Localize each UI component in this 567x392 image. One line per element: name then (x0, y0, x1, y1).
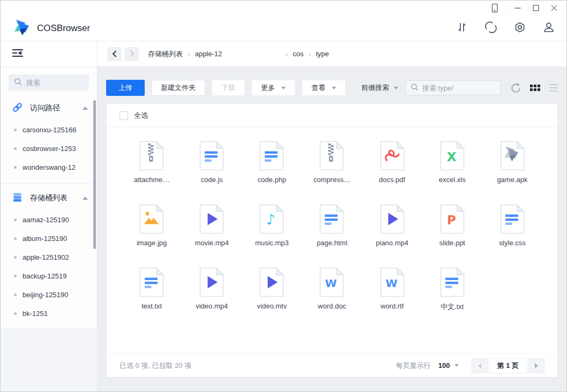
upload-button[interactable]: 上传 (106, 80, 145, 96)
sidebar-item[interactable]: wonderswang-12 (1, 158, 97, 177)
file-item[interactable]: code.php (242, 141, 302, 184)
download-button[interactable]: 下载 (212, 80, 245, 96)
close-button[interactable] (545, 2, 563, 14)
transfer-icon[interactable] (456, 21, 468, 35)
file-name: docs.pdf (379, 176, 405, 184)
breadcrumb-item[interactable]: cos (293, 50, 303, 58)
file-icon-video (380, 204, 405, 234)
forward-button[interactable] (125, 47, 139, 61)
file-item[interactable]: P slide.ppt (422, 204, 482, 247)
bullet-icon (14, 275, 17, 277)
file-item[interactable]: 中文.txt (422, 267, 482, 312)
file-icon-text (139, 267, 164, 297)
section-label: 访问路径 (30, 103, 60, 113)
sidebar-search-input[interactable] (26, 79, 84, 87)
section-bucket-list[interactable]: 存储桶列表 (1, 187, 97, 209)
sidebar-item[interactable]: aamaz-125190 (1, 210, 97, 229)
file-search[interactable] (405, 80, 501, 95)
breadcrumb-item[interactable]: 存储桶列表 (148, 49, 183, 59)
file-item[interactable]: W word.rtf (362, 267, 422, 312)
next-page-button[interactable] (528, 358, 544, 373)
sidebar-divider (1, 183, 97, 184)
titlebar-divider (506, 4, 506, 12)
file-item[interactable]: compress… (302, 141, 362, 184)
sync-icon[interactable] (485, 21, 497, 35)
file-item[interactable]: W word.doc (302, 267, 362, 312)
svg-text:P: P (447, 213, 456, 227)
file-name: excel.xls (439, 176, 466, 184)
sidebar-item[interactable]: beijing-125190 (1, 285, 97, 304)
cosbrowser-window: COSBrowser (0, 0, 567, 392)
bullet-icon (14, 129, 17, 131)
file-name: video.mtv (257, 302, 287, 310)
grid-view-icon[interactable] (530, 85, 540, 91)
file-icon-text (259, 141, 284, 171)
new-folder-button[interactable]: 新建文件夹 (151, 80, 205, 96)
file-item[interactable]: game.apk (482, 141, 542, 184)
dropdown-caret-icon (394, 87, 398, 89)
file-item[interactable]: video.mtv (242, 267, 302, 312)
file-item[interactable]: piano.mp4 (362, 204, 422, 247)
settings-icon[interactable] (514, 21, 526, 35)
sidebar-item[interactable]: cosbrowser-1253 (1, 139, 97, 158)
file-item[interactable]: image.jpg (122, 204, 182, 247)
file-item[interactable]: video.mp4 (182, 267, 242, 312)
dropdown-caret-icon[interactable] (454, 364, 459, 367)
file-name: code.php (258, 176, 287, 184)
file-item[interactable]: style.css (482, 204, 542, 247)
file-name: attachme… (134, 176, 169, 184)
file-item[interactable]: code.js (182, 141, 242, 184)
user-icon[interactable] (543, 21, 555, 35)
file-search-input[interactable] (422, 84, 495, 92)
file-name: piano.mp4 (376, 239, 408, 247)
file-name: 中文.txt (441, 302, 464, 312)
refresh-icon[interactable] (511, 83, 521, 93)
file-grid: attachme… code.js code.php (107, 127, 557, 353)
sidebar-item[interactable]: backup-12519 (1, 267, 97, 285)
bullet-icon (14, 312, 17, 315)
bullet-icon (14, 293, 17, 296)
file-item[interactable]: movie.mp4 (182, 204, 242, 247)
sidebar-item[interactable]: bk-1251 (1, 304, 97, 323)
file-item[interactable]: ♪ music.mp3 (242, 204, 302, 247)
dropdown-caret-icon (281, 87, 286, 89)
select-all-checkbox[interactable] (120, 111, 128, 120)
file-name: movie.mp4 (195, 239, 229, 247)
rows-per-page-label: 每页显示行 (396, 361, 431, 371)
file-item[interactable]: X excel.xls (422, 141, 482, 184)
cos-logo-icon (12, 18, 32, 39)
file-name: style.css (499, 239, 526, 247)
minimize-button[interactable] (509, 2, 527, 14)
prefix-search-dropdown[interactable]: 前缀搜索 (361, 83, 398, 93)
search-icon (411, 83, 419, 93)
mobile-icon[interactable] (486, 2, 504, 14)
breadcrumb-item[interactable]: apple-12 (195, 50, 281, 58)
file-icon-text (440, 267, 465, 297)
pagination: 第 1 页 (472, 358, 544, 373)
file-item[interactable]: attachme… (122, 141, 182, 184)
back-button[interactable] (107, 47, 121, 61)
svg-text:X: X (446, 150, 456, 164)
rows-per-page-value[interactable]: 100 (438, 361, 450, 370)
breadcrumb-item[interactable]: type (316, 50, 329, 58)
section-access-paths[interactable]: 访问路径 (1, 97, 97, 119)
sidebar-search[interactable] (9, 74, 89, 91)
more-button[interactable]: 更多 (251, 80, 295, 96)
collapse-caret-icon[interactable] (83, 197, 88, 200)
file-item[interactable]: text.txt (122, 267, 182, 312)
file-item[interactable]: page.html (302, 204, 362, 247)
sidebar-item[interactable]: carsonxu-125166 (1, 120, 97, 139)
sidebar-item[interactable]: album-125190 (1, 229, 97, 248)
prev-page-button[interactable] (472, 358, 488, 373)
collapse-caret-icon[interactable] (83, 107, 88, 110)
link-icon (12, 102, 23, 115)
sidebar-scrollbar[interactable] (93, 100, 96, 249)
maximize-button[interactable] (527, 2, 545, 14)
list-view-icon[interactable] (549, 84, 558, 92)
prev-arrow-icon (478, 363, 481, 368)
view-button[interactable]: 查看 (302, 80, 346, 96)
sidebar-collapse-icon[interactable] (12, 49, 24, 59)
sidebar-item[interactable]: apple-1251902 (1, 248, 97, 267)
file-item[interactable]: docs.pdf (362, 141, 422, 184)
bullet-icon (14, 237, 17, 240)
